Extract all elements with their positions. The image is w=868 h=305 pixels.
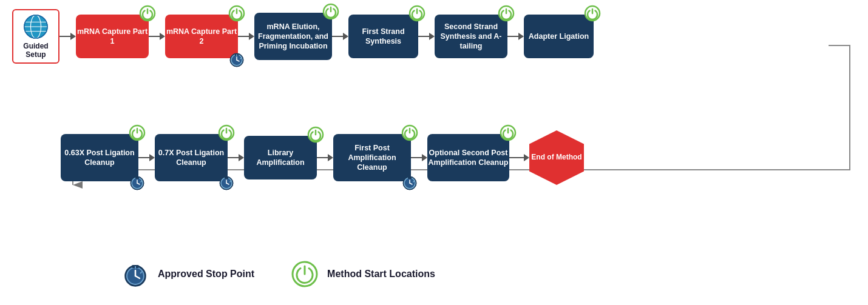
row2: 0.63X Post Ligation Cleanup 0.7X Post L — [61, 130, 856, 185]
step-label: mRNA Capture Part 1 — [76, 27, 149, 47]
workflow-container: Guided Setup mRNA Capture Part 1 — [0, 0, 868, 305]
step-first-post-amp[interactable]: First Post Amplification Cleanup — [333, 134, 411, 181]
timer-icon-1 — [228, 51, 245, 68]
power-icon-3 — [322, 3, 339, 20]
arrow-7 — [138, 154, 155, 161]
start-locations-label: Method Start Locations — [327, 269, 435, 280]
row1: Guided Setup mRNA Capture Part 1 — [12, 9, 856, 64]
arrow-2 — [149, 33, 165, 40]
step-post-ligation-1[interactable]: 0.63X Post Ligation Cleanup — [61, 134, 138, 181]
step-post-ligation-2[interactable]: 0.7X Post Ligation Cleanup — [155, 134, 228, 181]
svg-rect-31 — [225, 177, 228, 179]
power-icon-2 — [228, 5, 245, 22]
timer-icon-3 — [218, 174, 235, 191]
guided-setup-label: Guided Setup — [13, 42, 58, 59]
arrow-11 — [509, 154, 529, 161]
power-icon-8 — [218, 124, 235, 141]
step-first-strand[interactable]: First Strand Synthesis — [348, 15, 418, 58]
power-icon-10 — [401, 124, 418, 141]
arrow-3 — [238, 33, 254, 40]
power-icon-9 — [307, 126, 324, 143]
step-label: Optional Second Post Amplification Clean… — [427, 148, 509, 168]
power-legend-icon — [291, 260, 319, 288]
power-icon-4 — [409, 5, 426, 22]
legend-start-locations: Method Start Locations — [291, 260, 435, 288]
step-label: 0.63X Post Ligation Cleanup — [61, 148, 138, 168]
step-label: Library Amplification — [244, 148, 317, 168]
arrow-6 — [507, 33, 524, 40]
step-second-strand[interactable]: Second Strand Synthesis and A- tailing — [435, 15, 507, 58]
step-label: Adapter Ligation — [529, 32, 589, 41]
legend-stop-point: Approved Stop Point — [121, 260, 254, 288]
step-label: First Post Amplification Cleanup — [333, 143, 411, 173]
step-mrna-capture-1[interactable]: mRNA Capture Part 1 — [76, 15, 149, 58]
step-label: mRNA Capture Part 2 — [165, 27, 238, 47]
power-icon-11 — [500, 124, 517, 141]
timer-legend-icon — [121, 260, 149, 288]
step-label: 0.7X Post Ligation Cleanup — [155, 148, 228, 168]
step-label: Second Strand Synthesis and A- tailing — [435, 22, 507, 52]
power-icon-6 — [584, 5, 601, 22]
svg-rect-39 — [408, 177, 412, 179]
timer-icon-4 — [401, 174, 418, 191]
stop-point-label: Approved Stop Point — [158, 269, 254, 280]
power-icon-5 — [498, 5, 515, 22]
step-library-amp[interactable]: Library Amplification — [244, 136, 317, 179]
power-icon-7 — [129, 124, 146, 141]
step-optional-second[interactable]: Optional Second Post Amplification Clean… — [427, 134, 509, 181]
step-adapter-ligation[interactable]: Adapter Ligation — [524, 15, 594, 58]
timer-icon-2 — [129, 174, 146, 191]
end-of-method[interactable]: End of Method — [529, 130, 584, 185]
step-label: First Strand Synthesis — [348, 27, 418, 47]
globe-icon — [23, 14, 49, 39]
legend: Approved Stop Point Method Start Locatio… — [121, 260, 435, 288]
arrow-4 — [332, 33, 348, 40]
arrow-1 — [59, 33, 76, 40]
step-mrna-elution[interactable]: mRNA Elution, Fragmentation, and Priming… — [254, 13, 332, 60]
arrow-10 — [411, 154, 427, 161]
arrow-9 — [317, 154, 333, 161]
end-of-method-label: End of Method — [531, 153, 581, 163]
svg-rect-24 — [135, 177, 139, 179]
arrow-8 — [228, 154, 244, 161]
guided-setup-box[interactable]: Guided Setup — [12, 9, 59, 64]
step-mrna-capture-2[interactable]: mRNA Capture Part 2 — [165, 15, 238, 58]
step-label: mRNA Elution, Fragmentation, and Priming… — [254, 22, 332, 52]
arrow-5 — [418, 33, 435, 40]
power-icon-1 — [139, 5, 156, 22]
